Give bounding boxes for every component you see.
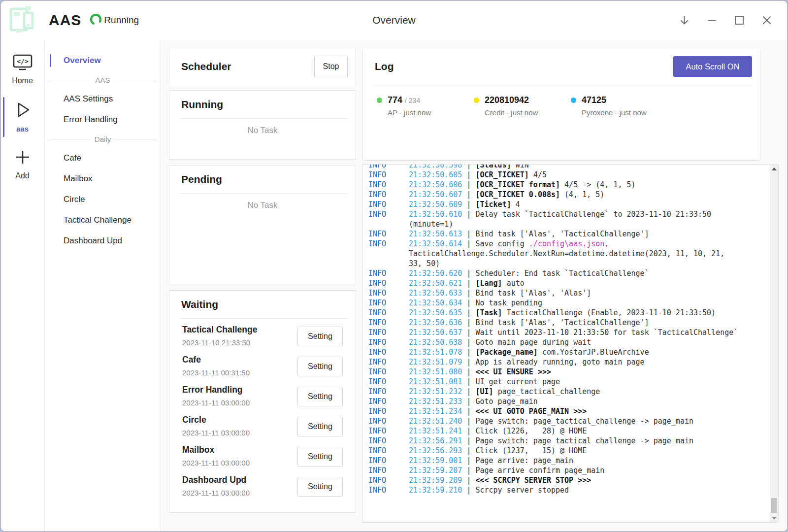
log-timestamp: 21:32:50.613 [409,230,462,238]
log-separator: | [462,486,475,495]
stop-button[interactable]: Stop [314,56,348,77]
sidebar-item-mailbox[interactable]: Mailbox [45,168,161,189]
sidebar-item-cafe[interactable]: Cafe [45,148,161,168]
scrollbar-up-arrow-icon[interactable] [770,165,778,173]
log-level: INFO [368,357,386,367]
log-separator: | [462,308,475,317]
close-icon[interactable] [757,10,777,30]
log-line: INFO21:32:50.609 | [Ticket] 4 [363,200,770,209]
log-level: INFO [368,288,386,298]
log-view[interactable]: INFO21:32:50.598 | [Status] WININFO21:32… [362,164,779,523]
log-message: Click (1226, 28) @ HOME [475,427,587,435]
log-separator: | [462,328,475,337]
log-line: INFO21:32:50.614 | Save config ./config\… [363,239,770,268]
log-level: INFO [368,298,386,308]
log-separator: | [462,456,475,465]
download-update-icon[interactable] [674,10,694,30]
log-message: Goto page_main [475,397,537,406]
log-scrollbar[interactable] [770,165,778,522]
sidebar-item-dashboard-upd[interactable]: Dashboard Upd [45,231,161,251]
maximize-icon[interactable] [729,10,749,30]
log-message: UI get current page [475,377,560,386]
log-timestamp: 21:32:50.614 [409,239,462,248]
log-message-segment: [Package_name] [475,348,542,357]
log-message-segment: [OCR_TICKET 0.008s] [475,190,564,199]
log-message-segment: com.YostarJP.BlueArchive [542,348,649,357]
log-level: INFO [368,328,386,337]
log-timestamp: 21:32:51.233 [409,397,462,406]
sidebar-group-label: Daily [95,135,111,143]
log-message: Page switch: page_tactical_challenge -> … [475,436,693,445]
log-timestamp: 21:32:59.209 [409,476,462,485]
app-body: </>HomeaasAdd OverviewAASAAS SettingsErr… [0,40,788,532]
log-line: INFO21:32:59.001 | Page arrive: page_mai… [363,456,770,466]
log-line: INFO21:32:51.241 | Click (1226, 28) @ HO… [363,426,770,436]
log-message-segment: Goto main page during wait [475,338,591,347]
setting-button-mailbox[interactable]: Setting [297,447,343,466]
log-message: [OCR_TICKET format] 4/5 -> (4, 1, 5) [475,180,635,189]
log-separator: | [462,446,475,455]
setting-button-dashboard-upd[interactable]: Setting [297,477,343,497]
log-timestamp: 21:32:50.638 [409,338,462,347]
scheduler-card: Scheduler Stop [169,49,356,84]
setting-button-error-handling[interactable]: Setting [297,387,343,406]
scrollbar-down-arrow-icon[interactable] [770,514,778,522]
setting-button-tactical-challenge[interactable]: Setting [297,327,343,346]
log-message-segment: Scrcpy server stopped [475,486,569,495]
log-line: INFO21:32:50.636 | Bind task ['Alas', 'T… [363,318,770,328]
log-line: INFO21:32:51.232 | [UI] page_tactical_ch… [363,387,770,397]
log-message: Goto main page during wait [475,338,591,347]
log-timestamp: 21:32:51.241 [409,427,462,435]
sidebar-item-tactical-challenge[interactable]: Tactical Challenge [45,210,161,231]
pending-title: Pending [169,166,356,193]
sidebar-item-circle[interactable]: Circle [45,189,161,210]
log-line: INFO21:32:51.079 | App is already runnin… [363,357,770,367]
log-content: INFO21:32:50.598 | [Status] WININFO21:32… [363,164,770,495]
log-message-segment: ./config\aas.json, [529,239,609,248]
log-separator: | [462,318,475,327]
log-line: INFO21:32:50.607 | [OCR_TICKET 0.008s] (… [363,190,770,200]
log-message: [Lang] auto [475,279,524,288]
log-line: INFO21:32:50.610 | Delay task `TacticalC… [363,209,770,229]
rail-item-add[interactable]: Add [0,143,44,186]
log-separator: | [462,348,475,357]
stat-label: Pyroxene - just now [582,108,668,117]
sidebar-item-error-handling[interactable]: Error Handling [45,109,161,130]
stat-dot-icon [571,98,576,103]
log-level: INFO [368,426,386,436]
log-message-segment: Wait until 2023-11-10 21:33:50 for task … [475,328,738,337]
sidebar-item-overview[interactable]: Overview [45,50,161,71]
rail-item-aas[interactable]: aas [0,95,44,139]
sidebar-item-aas-settings[interactable]: AAS Settings [45,89,161,109]
log-message: [Package_name] com.YostarJP.BlueArchive [475,348,649,357]
svg-text:</>: </> [17,58,29,65]
log-timestamp: 21:32:50.637 [409,328,462,337]
log-separator: | [462,170,475,179]
scrollbar-thumb[interactable] [771,498,777,513]
log-line: INFO21:32:51.234 | <<< UI GOTO PAGE_MAIN… [363,406,770,416]
auto-scroll-button[interactable]: Auto Scroll ON [673,56,752,77]
rail-item-label: Home [12,76,33,85]
setting-button-circle[interactable]: Setting [297,417,343,436]
setting-button-cafe[interactable]: Setting [297,357,343,376]
stat-dot-icon [377,98,382,103]
log-timestamp: 21:32:50.633 [409,289,462,298]
log-message-segment: WIN [516,164,529,169]
log-timestamp: 21:32:50.635 [409,308,462,317]
log-level: INFO [368,406,386,416]
divider-line [115,80,156,80]
minimize-icon[interactable] [702,10,722,30]
log-level: INFO [368,190,386,200]
stat-value: 220810942 [485,95,529,105]
log-message-segment: <<< UI ENSURE >>> [475,367,551,376]
pending-empty-text: No Task [169,200,356,210]
log-message-segment: auto [507,279,525,288]
waiting-task-row: Cafe2023-11-11 00:31:50Setting [169,354,356,384]
log-message: [OCR_TICKET 0.008s] (4, 1, 5) [475,190,604,199]
log-timestamp: 21:32:56.293 [409,446,462,455]
rail-item-home[interactable]: </>Home [0,49,44,91]
log-message-segment: Page arrive: page_main [475,456,573,465]
log-line: INFO21:32:50.598 | [Status] WIN [363,164,770,170]
log-message-segment: No task pending [475,299,542,307]
log-line: INFO21:32:50.605 | [OCR_TICKET] 4/5 [363,170,770,180]
